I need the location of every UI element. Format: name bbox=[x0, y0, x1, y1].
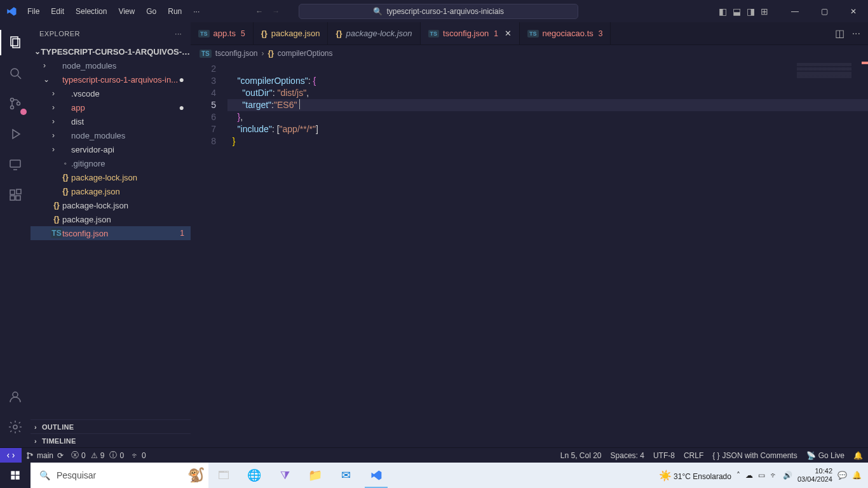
svg-rect-22 bbox=[16, 476, 20, 480]
indentation[interactable]: Spaces: 4 bbox=[611, 451, 644, 460]
encoding[interactable]: UTF-8 bbox=[653, 451, 675, 460]
layout-toggle-panel-icon[interactable]: ⬓ bbox=[729, 4, 743, 18]
system-clock[interactable]: 10:42 03/04/2024 bbox=[797, 467, 832, 484]
menu-run[interactable]: Run bbox=[163, 3, 187, 20]
activity-remote-explorer-icon[interactable] bbox=[0, 149, 31, 180]
language-mode[interactable]: { } JSON with Comments bbox=[712, 451, 797, 460]
tree-item--vscode[interactable]: ›.vscode bbox=[31, 86, 191, 100]
tab-more-icon[interactable]: ··· bbox=[852, 28, 860, 39]
activity-accounts-icon[interactable] bbox=[0, 381, 31, 412]
activity-source-control-icon[interactable] bbox=[0, 88, 31, 119]
port-forward-indicator[interactable]: ᯤ0 bbox=[132, 451, 146, 460]
activity-explorer-icon[interactable] bbox=[0, 27, 31, 58]
problems-indicator[interactable]: ⓧ0 ⚠9 ⓘ0 bbox=[71, 450, 124, 461]
tray-wifi-icon[interactable]: ᯤ bbox=[770, 471, 778, 480]
tree-item-tsconfig-json[interactable]: TStsconfig.json1 bbox=[31, 226, 191, 240]
workspace-root[interactable]: ⌄ TYPESCRIPT-CURSO-1-ARQUIVOS-INICIAIS bbox=[31, 44, 191, 58]
eol[interactable]: CRLF bbox=[684, 451, 703, 460]
cursor-position[interactable]: Ln 5, Col 20 bbox=[560, 451, 602, 460]
breadcrumb[interactable]: TS tsconfig.json › {} compilerOptions bbox=[191, 45, 868, 62]
split-editor-icon[interactable]: ◫ bbox=[835, 27, 844, 39]
tab-app-ts[interactable]: TSapp.ts5 bbox=[191, 22, 254, 44]
tree-item-package-lock-json[interactable]: {}package-lock.json bbox=[31, 170, 191, 184]
menu-view[interactable]: View bbox=[113, 3, 140, 20]
explorer-more-icon[interactable]: ··· bbox=[175, 30, 182, 37]
outline-section[interactable]: ›OUTLINE bbox=[31, 419, 191, 433]
taskbar-visualstudio[interactable]: ⧩ bbox=[269, 463, 300, 488]
tray-volume-icon[interactable]: 🔊 bbox=[783, 471, 792, 480]
tree-item-typescript-curso-1-arquivos-in-[interactable]: ⌄typescript-curso-1-arquivos-in...● bbox=[31, 72, 191, 86]
tray-battery-icon[interactable]: ▭ bbox=[758, 471, 765, 480]
tree-item-package-lock-json[interactable]: {}package-lock.json bbox=[31, 198, 191, 212]
tab-negociacao-ts[interactable]: TSnegociacao.ts3 bbox=[520, 22, 611, 44]
tree-item-package-json[interactable]: {}package.json bbox=[31, 212, 191, 226]
menu-···[interactable]: ··· bbox=[188, 3, 205, 20]
tray-notifications-icon[interactable]: 🔔 bbox=[852, 471, 862, 480]
layout-toggle-primary-icon[interactable]: ◧ bbox=[715, 4, 729, 18]
code-area[interactable]: "compilerOptions": { "outDir": "dist/js"… bbox=[227, 62, 868, 447]
tray-chevron-up-icon[interactable]: ˄ bbox=[736, 471, 740, 480]
go-live[interactable]: 📡Go Live bbox=[806, 451, 844, 460]
tree-item-node-modules[interactable]: ›node_modules bbox=[31, 128, 191, 142]
tab-tsconfig-json[interactable]: TStsconfig.json1✕ bbox=[421, 22, 520, 44]
taskbar-task-view[interactable]: 🗔 bbox=[208, 463, 239, 488]
svg-rect-12 bbox=[16, 196, 20, 200]
editor-body[interactable]: 2345678 "compilerOptions": { "outDir": "… bbox=[191, 62, 868, 447]
tray-onedrive-icon[interactable]: ☁ bbox=[745, 471, 753, 480]
taskbar-edge[interactable]: 🌐 bbox=[239, 463, 269, 488]
menu-go[interactable]: Go bbox=[141, 3, 161, 20]
file-icon: TS bbox=[198, 30, 210, 37]
file-icon: TS bbox=[527, 30, 539, 37]
tree-item-dist[interactable]: ›dist bbox=[31, 114, 191, 128]
tree-item-app[interactable]: ›app● bbox=[31, 100, 191, 114]
activity-run-debug-icon[interactable] bbox=[0, 119, 31, 149]
tree-item-node-modules[interactable]: ›node_modules bbox=[31, 58, 191, 72]
activity-settings-icon[interactable] bbox=[0, 412, 31, 442]
code-line-5[interactable]: "target":"ES6" bbox=[227, 99, 868, 111]
code-line-3[interactable]: "compilerOptions": { bbox=[227, 75, 868, 87]
tree-item--gitignore[interactable]: ◦.gitignore bbox=[31, 156, 191, 170]
menu-selection[interactable]: Selection bbox=[71, 3, 112, 20]
code-line-6[interactable]: }, bbox=[227, 111, 868, 123]
weather-widget[interactable]: ☀️ 31°C Ensolarado bbox=[659, 470, 731, 482]
code-line-4[interactable]: "outDir": "dist/js", bbox=[227, 87, 868, 99]
window-close-button[interactable]: ✕ bbox=[839, 0, 868, 22]
taskbar-search[interactable]: 🔍 Pesquisar 🐒 bbox=[31, 463, 208, 488]
menu-edit[interactable]: Edit bbox=[46, 3, 69, 20]
tree-item-servidor-api[interactable]: ›servidor-api bbox=[31, 142, 191, 156]
code-line-2[interactable] bbox=[227, 63, 868, 75]
code-line-7[interactable]: "include": ["app/**/*"] bbox=[227, 123, 868, 135]
remote-indicator[interactable] bbox=[0, 448, 22, 463]
timeline-section[interactable]: ›TIMELINE bbox=[31, 433, 191, 447]
svg-point-2 bbox=[11, 69, 18, 76]
activity-extensions-icon[interactable] bbox=[0, 180, 31, 210]
layout-toggle-secondary-icon[interactable]: ◨ bbox=[743, 4, 757, 18]
activity-search-icon[interactable] bbox=[0, 58, 31, 88]
tab-package-json[interactable]: {}package.json bbox=[254, 22, 329, 44]
tab-close-icon[interactable]: ✕ bbox=[505, 29, 512, 38]
svg-rect-21 bbox=[11, 476, 15, 480]
notifications-icon[interactable]: 🔔 bbox=[853, 451, 863, 460]
nav-back-icon[interactable]: ← bbox=[255, 7, 263, 16]
svg-point-6 bbox=[17, 102, 20, 105]
svg-marker-7 bbox=[13, 130, 20, 139]
taskbar-mail[interactable]: ✉ bbox=[330, 463, 361, 488]
taskbar-file-explorer[interactable]: 📁 bbox=[300, 463, 330, 488]
tray-action-center-icon[interactable]: 💬 bbox=[837, 471, 847, 480]
code-line-8[interactable]: } bbox=[227, 135, 868, 147]
tree-item-package-json[interactable]: {}package.json bbox=[31, 184, 191, 198]
git-branch[interactable]: main ⟳ bbox=[25, 451, 64, 460]
minimap[interactable] bbox=[797, 63, 860, 444]
nav-forward-icon[interactable]: → bbox=[272, 7, 280, 16]
window-minimize-button[interactable]: — bbox=[780, 0, 810, 22]
layout-customize-icon[interactable]: ⊞ bbox=[757, 4, 771, 18]
tab-package-lock-json[interactable]: {}package-lock.json bbox=[328, 22, 420, 44]
svg-rect-8 bbox=[10, 160, 20, 167]
window-maximize-button[interactable]: ▢ bbox=[810, 0, 839, 22]
taskbar-vscode[interactable] bbox=[361, 463, 391, 488]
editor-tabs: TSapp.ts5{}package.json{}package-lock.js… bbox=[191, 22, 868, 45]
start-button[interactable] bbox=[0, 463, 31, 488]
menu-file[interactable]: File bbox=[22, 3, 44, 20]
command-center-search[interactable]: 🔍 typescript-curso-1-arquivos-iniciais bbox=[299, 4, 578, 19]
file-icon: {} bbox=[336, 29, 342, 38]
